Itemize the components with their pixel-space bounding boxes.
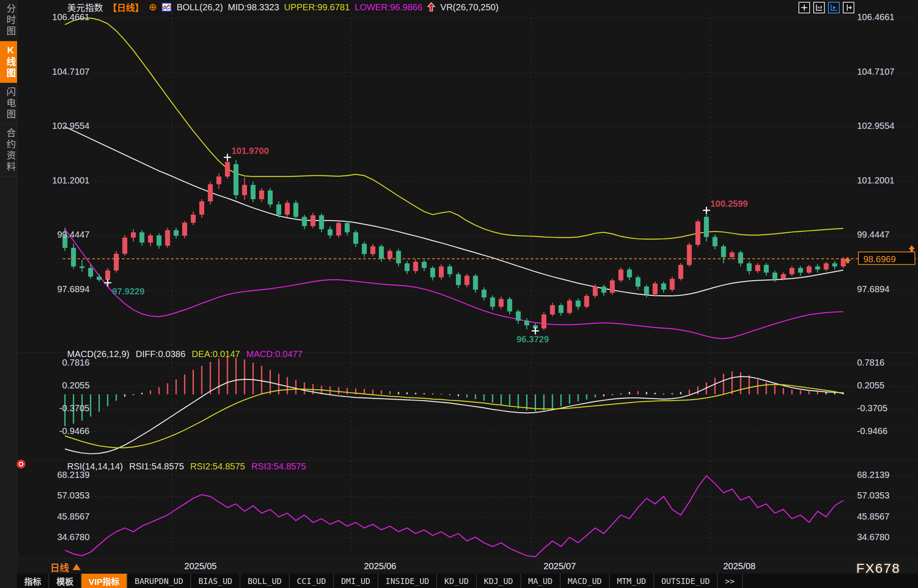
indicator-target-icon[interactable] [17,460,26,469]
rsi-pane [65,476,843,557]
last-price-tag: 98.6969 [858,251,915,265]
rsi-name: RSI(14,14,14) [67,461,123,472]
macd-legend: MACD(26,12,9) DIFF:0.0386 DEA:0.0147 MAC… [67,349,303,359]
annotation-101.9700: 101.9700 [232,146,269,156]
macd-axis-label-right: -0.9466 [857,426,918,436]
rsi-legend: RSI(14,14,14) RSI1:54.8575 RSI2:54.8575 … [67,461,306,472]
macd-axis-label-right: 0.7816 [857,358,918,368]
price-annotations [104,154,710,335]
rsi-axis-label-right: 34.6780 [857,532,918,542]
tab-OUTSIDE_UD[interactable]: OUTSIDE_UD [654,574,718,588]
tab-KDJ_UD[interactable]: KDJ_UD [477,574,521,588]
macd-dea-value: DEA:0.0147 [192,349,240,359]
last-price-marker [63,245,916,263]
annotation-100.2599: 100.2599 [711,199,748,209]
more-tabs-button[interactable]: >> [718,574,743,588]
main-axis-label-right: 102.9554 [857,121,918,131]
main-axis-label-left: 101.2001 [23,175,90,186]
macd-name: MACD(26,12,9) [67,349,129,359]
date-axis-row: 2025/052025/062025/072025/08 [17,558,918,574]
main-axis-label-right: 101.2001 [857,175,918,186]
tab-模板[interactable]: 模板 [49,574,82,588]
rsi-axis-label-left: 57.0353 [23,490,90,501]
main-axis-label-left: 97.6894 [23,284,90,294]
main-axis-label-right: 104.7107 [857,67,918,77]
tab-INSIDE_UD[interactable]: INSIDE_UD [378,574,438,588]
macd-axis-label-left: 0.2055 [23,380,90,391]
macd-diff-value: DIFF:0.0386 [136,349,185,359]
rsi-axis-label-left: 34.6780 [23,532,90,542]
tab-CCI_UD[interactable]: CCI_UD [290,574,334,588]
date-label: 2025/06 [349,561,412,571]
macd-axis-label-right: -0.3705 [857,403,918,413]
indicator-tab-bar: 指标模板VIP指标BARUPDN_UDBIAS_UDBOLL_UDCCI_UDD… [17,574,918,588]
main-axis-label-right: 97.6894 [857,284,918,294]
triangle-up-icon [73,564,81,570]
tab-BOLL_UD[interactable]: BOLL_UD [240,574,290,588]
tab-MACD_UD[interactable]: MACD_UD [561,574,610,588]
pane-dividers [17,353,918,460]
macd-axis-label-right: 0.2055 [857,380,918,391]
rsi1-value: RSI1:54.8575 [129,461,184,472]
date-label: 2025/08 [708,561,771,571]
rsi-axis-label-right: 68.2139 [857,470,918,480]
main-axis-label-left: 99.4447 [23,230,90,240]
candlestick-series [63,158,846,331]
date-label: 2025/07 [528,561,591,571]
gridlines [63,18,916,538]
trading-app-window: 分时图K线图闪电图合约资料 美元指数 【日线】 ⊕ BOLL(26,2) MID… [0,0,918,588]
date-label: 2025/05 [169,561,232,571]
tab-指标[interactable]: 指标 [17,574,49,588]
macd-axis-label-left: -0.3705 [23,403,90,413]
bollinger-bands [65,18,843,338]
tab-BARUPDN_UD[interactable]: BARUPDN_UD [128,574,191,588]
annotation-96.3729: 96.3729 [517,334,549,345]
macd-macd-value: MACD:0.0477 [246,349,303,359]
last-price-value: 98.6969 [863,254,896,264]
main-axis-label-right: 99.4447 [857,230,918,240]
tab-MTM_UD[interactable]: MTM_UD [610,574,654,588]
tab-BIAS_UD[interactable]: BIAS_UD [191,574,240,588]
main-axis-label-left: 104.7107 [23,67,90,77]
tab-KD_UD[interactable]: KD_UD [437,574,476,588]
rsi-axis-label-right: 45.8567 [857,511,918,522]
macd-axis-label-left: -0.9466 [23,426,90,436]
tab-VIP指标[interactable]: VIP指标 [82,574,128,588]
annotation-97.9229: 97.9229 [112,286,145,297]
main-axis-label-right: 106.4661 [857,12,918,22]
period-label: 日线 [50,560,69,574]
period-selector[interactable]: 日线 [50,560,81,574]
main-axis-label-left: 106.4661 [23,12,90,22]
rsi-axis-label-left: 45.8567 [23,511,90,522]
rsi2-value: RSI2:54.8575 [190,461,245,472]
main-axis-label-left: 102.9554 [23,121,90,131]
rsi3-value: RSI3:54.8575 [251,461,306,472]
macd-pane [65,357,843,454]
rsi-axis-label-right: 57.0353 [857,490,918,501]
tab-DMI_UD[interactable]: DMI_UD [334,574,378,588]
tab-MA_UD[interactable]: MA_UD [521,574,561,588]
